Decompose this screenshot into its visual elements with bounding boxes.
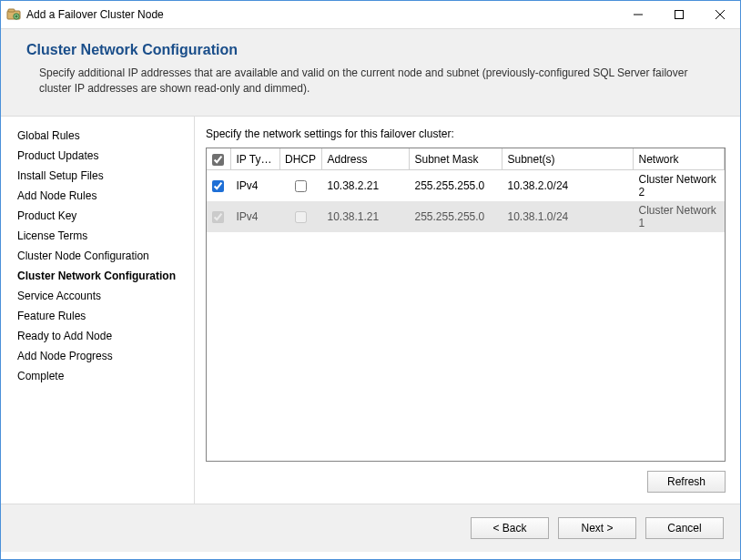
cell-mask: 255.255.255.0 bbox=[409, 201, 502, 232]
close-button[interactable] bbox=[699, 1, 740, 28]
minimize-button[interactable] bbox=[617, 1, 658, 28]
back-button[interactable]: < Back bbox=[471, 517, 549, 539]
wizard-step[interactable]: License Terms bbox=[17, 226, 194, 246]
col-select[interactable] bbox=[207, 148, 230, 170]
app-icon bbox=[6, 7, 21, 22]
window-title: Add a Failover Cluster Node bbox=[26, 8, 164, 21]
cell-address: 10.38.1.21 bbox=[321, 201, 409, 232]
select-all-checkbox[interactable] bbox=[212, 154, 224, 166]
next-button[interactable]: Next > bbox=[558, 517, 636, 539]
wizard-step[interactable]: Cluster Node Configuration bbox=[17, 246, 194, 266]
cell-subnets: 10.38.1.0/24 bbox=[502, 201, 633, 232]
wizard-step[interactable]: Cluster Network Configuration bbox=[17, 266, 194, 286]
cell-iptype: IPv4 bbox=[230, 170, 279, 202]
cell-network: Cluster Network 2 bbox=[633, 170, 725, 202]
col-address[interactable]: Address bbox=[321, 148, 409, 170]
wizard-step[interactable]: Product Updates bbox=[17, 146, 194, 166]
wizard-step[interactable]: Product Key bbox=[17, 206, 194, 226]
cell-iptype: IPv4 bbox=[230, 201, 279, 232]
col-mask[interactable]: Subnet Mask bbox=[409, 148, 502, 170]
wizard-step[interactable]: Ready to Add Node bbox=[17, 326, 194, 346]
wizard-step[interactable]: Install Setup Files bbox=[17, 166, 194, 186]
wizard-step[interactable]: Add Node Progress bbox=[17, 346, 194, 366]
network-grid[interactable]: IP Ty… DHCP Address Subnet Mask Subnet(s… bbox=[206, 148, 726, 462]
page-title: Cluster Network Configuration bbox=[26, 42, 718, 58]
row-select-checkbox[interactable] bbox=[212, 180, 224, 192]
col-dhcp[interactable]: DHCP bbox=[279, 148, 321, 170]
wizard-step[interactable]: Add Node Rules bbox=[17, 186, 194, 206]
cell-network: Cluster Network 1 bbox=[633, 201, 725, 232]
cancel-button[interactable]: Cancel bbox=[645, 517, 724, 539]
col-network[interactable]: Network bbox=[633, 148, 725, 170]
svg-rect-1 bbox=[8, 9, 15, 12]
wizard-step[interactable]: Service Accounts bbox=[17, 286, 194, 306]
col-subnets[interactable]: Subnet(s) bbox=[502, 148, 633, 170]
instruction-text: Specify the network settings for this fa… bbox=[206, 127, 726, 140]
wizard-step[interactable]: Global Rules bbox=[17, 126, 194, 146]
titlebar: Add a Failover Cluster Node bbox=[1, 1, 740, 28]
maximize-button[interactable] bbox=[658, 1, 699, 28]
wizard-footer: < Back Next > Cancel bbox=[1, 504, 740, 552]
cell-subnets: 10.38.2.0/24 bbox=[502, 170, 633, 202]
cell-address[interactable]: 10.38.2.21 bbox=[321, 170, 409, 202]
col-iptype[interactable]: IP Ty… bbox=[230, 148, 279, 170]
dhcp-checkbox[interactable] bbox=[295, 180, 307, 192]
dhcp-checkbox bbox=[295, 211, 307, 223]
page-description: Specify additional IP addresses that are… bbox=[39, 66, 695, 97]
main-panel: Specify the network settings for this fa… bbox=[194, 117, 740, 504]
cell-mask: 255.255.255.0 bbox=[409, 170, 502, 202]
wizard-steps: Global RulesProduct UpdatesInstall Setup… bbox=[1, 117, 194, 504]
refresh-button[interactable]: Refresh bbox=[647, 471, 726, 493]
wizard-step[interactable]: Feature Rules bbox=[17, 306, 194, 326]
table-row[interactable]: IPv410.38.2.21255.255.255.010.38.2.0/24C… bbox=[207, 170, 725, 202]
table-row[interactable]: IPv410.38.1.21255.255.255.010.38.1.0/24C… bbox=[207, 201, 725, 232]
wizard-header: Cluster Network Configuration Specify ad… bbox=[1, 28, 740, 117]
row-select-checkbox bbox=[212, 211, 224, 223]
wizard-step[interactable]: Complete bbox=[17, 366, 194, 386]
svg-rect-3 bbox=[675, 11, 683, 19]
